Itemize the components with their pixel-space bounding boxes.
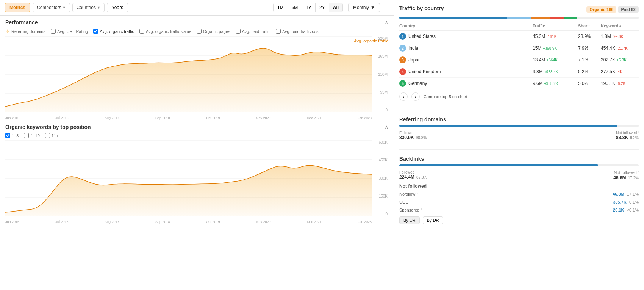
time-btn-1y[interactable]: 1Y xyxy=(302,3,316,12)
referring-domains-bar xyxy=(399,125,639,127)
performance-chart-area: Avg. organic traffic xyxy=(5,36,388,120)
chevron-down-icon: ▼ xyxy=(370,5,375,10)
table-row: 3 Japan 13.4M +664K 7.1% 202.7K +6.3K xyxy=(399,54,639,66)
time-btn-1m[interactable]: 1M xyxy=(274,3,288,12)
time-btn-6m[interactable]: 6M xyxy=(288,3,302,12)
keywords-y-axis: 600K 450K 300K 150K 0 xyxy=(373,140,388,216)
rank-circle-3: 3 xyxy=(399,56,406,63)
filter-url-label: Avg. URL Rating xyxy=(57,29,88,34)
performance-filters: ⚠ Referring domains Avg. URL Rating Avg.… xyxy=(5,28,388,36)
table-row: 2 India 15M +398.9K 7.9% 454.4K -21.7K xyxy=(399,42,639,54)
backlinks-bar xyxy=(399,164,639,166)
filter-organic-value: Avg. organic traffic value xyxy=(139,29,191,34)
filter-organic-pages-checkbox[interactable] xyxy=(197,29,202,34)
by-buttons-row: By UR By DR xyxy=(399,214,639,224)
competitors-dropdown[interactable]: Competitors ▼ xyxy=(33,3,70,12)
keywords-x-axis: Jun 2015 Jul 2016 Aug 2017 Sep 2018 Oct … xyxy=(5,220,372,224)
info-icon: ⁱ xyxy=(421,208,422,212)
followed-val: 830.9K xyxy=(399,135,414,140)
referring-domains-stats: Followed ⁱ 830.9K 90.8% Not followed ⁱ 8… xyxy=(399,131,639,140)
color-seg-us xyxy=(399,17,507,19)
filter-paid-cost: Avg. paid traffic cost xyxy=(276,29,320,34)
filter-11-plus-checkbox[interactable] xyxy=(45,133,50,138)
list-item: Sponsored ⁱ 20.1K <0.1% xyxy=(399,206,639,214)
performance-x-axis: Jun 2015 Jul 2016 Aug 2017 Sep 2018 Oct … xyxy=(5,116,372,120)
performance-y-axis: 220M 165M 110M 55M 0 xyxy=(373,36,388,112)
color-seg-other xyxy=(577,17,639,19)
not-followed-section-title: Not followed xyxy=(399,183,639,189)
bl-followed-val: 224.4M xyxy=(399,174,414,180)
followed-label: Followed ⁱ xyxy=(399,131,518,135)
rank-circle-1: 1 xyxy=(399,33,406,40)
not-followed-sub: Not followed Nofollow ⁱ 46.3M 17.1% UGC … xyxy=(399,183,639,214)
compare-text: Compare top 5 on chart xyxy=(424,94,467,99)
keywords-title: Organic keywords by top position xyxy=(5,124,91,130)
rank-circle-5: 5 xyxy=(399,80,406,87)
prev-page-button[interactable]: ‹ xyxy=(399,92,408,101)
country-color-bar xyxy=(399,17,639,19)
collapse-keywords-button[interactable]: ∧ xyxy=(385,124,388,130)
paid-badge: Paid 62 xyxy=(618,6,639,13)
time-range-group: 1M 6M 1Y 2Y All xyxy=(273,3,343,12)
not-followed-label: Not followed ⁱ xyxy=(520,131,639,135)
monthly-dropdown[interactable]: Monthly ▼ xyxy=(348,3,380,12)
more-options-button[interactable]: ⋯ xyxy=(382,3,389,12)
years-button[interactable]: Years xyxy=(107,3,128,12)
table-row: 4 United Kingdom 9.8M +988.4K 5.2% 277.5… xyxy=(399,66,639,78)
chevron-down-icon: ▼ xyxy=(63,6,66,9)
info-icon: ⁱ xyxy=(417,192,418,196)
performance-chart xyxy=(5,36,372,112)
time-btn-all[interactable]: All xyxy=(329,3,342,12)
filter-paid-cost-checkbox[interactable] xyxy=(276,29,281,34)
color-seg-uk xyxy=(550,17,564,19)
rank-circle-2: 2 xyxy=(399,45,406,52)
top-bar: Metrics Competitors ▼ Countries ▼ Years … xyxy=(0,0,394,16)
warning-icon: ⚠ xyxy=(5,28,10,34)
backlinks-stats: Followed ⁱ 224.4M 82.8% Not followed ⁱ 4… xyxy=(399,170,639,180)
filter-paid-label: Avg. paid traffic xyxy=(242,29,270,34)
filter-paid-cost-label: Avg. paid traffic cost xyxy=(282,29,320,34)
not-followed-val: 83.8K xyxy=(616,135,628,140)
table-row: 5 Germany 9.6M +968.2K 5.0% 190.1K -6.2K xyxy=(399,78,639,89)
time-btn-2y[interactable]: 2Y xyxy=(316,3,329,12)
filter-paid-traffic-checkbox[interactable] xyxy=(236,29,241,34)
referring-domains-title: Referring domains xyxy=(399,116,639,122)
keywords-section: Organic keywords by top position ∧ 1–3 4… xyxy=(0,120,394,290)
filter-4-10-checkbox[interactable] xyxy=(24,133,29,138)
by-ur-button[interactable]: By UR xyxy=(399,216,420,224)
country-name-uk: 4 United Kingdom xyxy=(399,68,533,75)
filter-organic-traffic-checkbox[interactable] xyxy=(93,29,98,34)
keywords-chart xyxy=(5,140,372,216)
filter-organic-traffic: Avg. organic traffic xyxy=(93,29,134,34)
filter-url-rating-checkbox[interactable] xyxy=(51,29,56,34)
filter-1-3-checkbox[interactable] xyxy=(5,133,10,138)
filter-11-plus: 11+ xyxy=(45,133,59,138)
backlinks-widget: Backlinks Followed ⁱ 224.4M 82.8% Not fo… xyxy=(399,156,639,224)
info-icon: ⁱ xyxy=(411,200,411,204)
not-followed-pct: 9.2% xyxy=(630,136,639,140)
filter-referring-label: Referring domains xyxy=(11,29,45,34)
chevron-down-icon: ▼ xyxy=(97,6,100,9)
bl-not-followed-pct: 17.2% xyxy=(628,176,639,180)
rank-circle-4: 4 xyxy=(399,68,406,75)
filter-1-3: 1–3 xyxy=(5,133,19,138)
not-followed-stat: Not followed ⁱ 83.8K 9.2% xyxy=(520,131,639,140)
followed-pct: 90.8% xyxy=(416,136,427,140)
filter-organic-label: Avg. organic traffic xyxy=(100,29,134,34)
country-name-de: 5 Germany xyxy=(399,80,533,87)
countries-dropdown[interactable]: Countries ▼ xyxy=(72,3,105,12)
list-item: UGC ⁱ 305.7K 0.1% xyxy=(399,198,639,206)
bl-followed-pct: 82.8% xyxy=(416,175,427,179)
backlinks-title: Backlinks xyxy=(399,156,639,162)
metrics-button[interactable]: Metrics xyxy=(5,3,30,12)
table-row: 1 United States 45.3M -161K 23.9% 1.8M -… xyxy=(399,31,639,42)
by-dr-button[interactable]: By DR xyxy=(423,216,443,224)
traffic-by-country-title: Traffic by country xyxy=(399,5,444,11)
country-name-in: 2 India xyxy=(399,45,533,52)
filter-paid-traffic: Avg. paid traffic xyxy=(236,29,270,34)
filter-organic-value-checkbox[interactable] xyxy=(139,29,144,34)
next-page-button[interactable]: › xyxy=(411,92,420,101)
collapse-performance-button[interactable]: ∧ xyxy=(385,19,388,25)
country-name-jp: 3 Japan xyxy=(399,56,533,63)
keywords-chart-area: 600K 450K 300K 150K 0 Jun 2015 Jul 2016 … xyxy=(5,140,388,224)
